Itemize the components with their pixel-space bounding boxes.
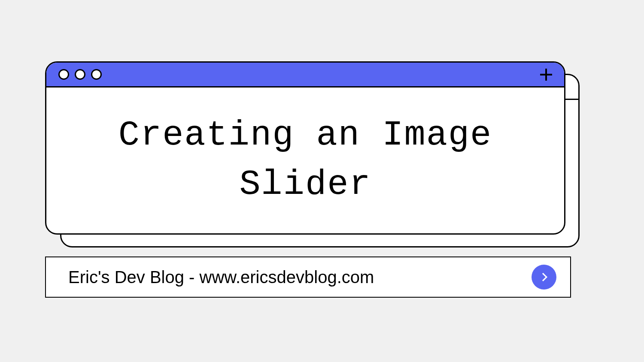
plus-icon[interactable] — [540, 69, 552, 81]
window-titlebar — [46, 63, 564, 87]
maximize-icon[interactable] — [91, 69, 102, 80]
go-button[interactable] — [532, 265, 556, 290]
chevron-right-icon — [539, 273, 547, 281]
address-bar: Eric's Dev Blog - www.ericsdevblog.com — [45, 256, 571, 298]
window-controls — [58, 69, 102, 80]
minimize-icon[interactable] — [75, 69, 85, 80]
close-icon[interactable] — [58, 69, 69, 80]
window-content: Creating an Image Slider — [46, 87, 564, 233]
browser-window: Creating an Image Slider — [45, 61, 565, 235]
page-title: Creating an Image Slider — [72, 111, 538, 210]
address-text: Eric's Dev Blog - www.ericsdevblog.com — [68, 268, 374, 287]
